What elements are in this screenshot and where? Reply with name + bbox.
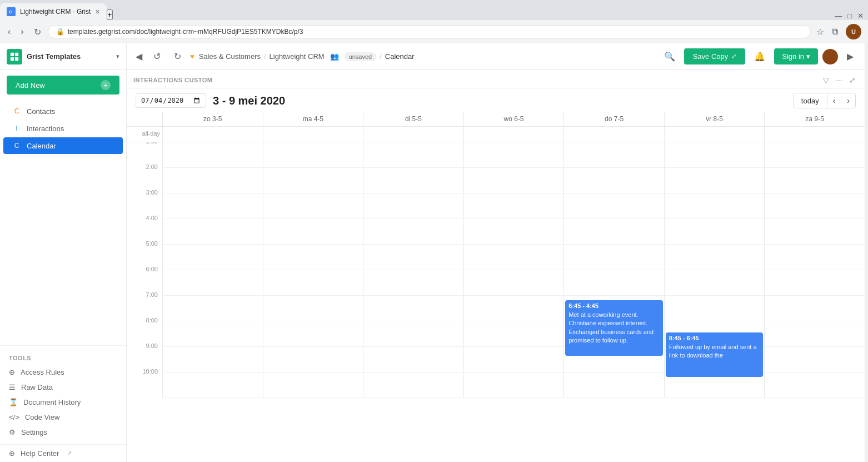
cell-5-6[interactable]	[764, 245, 865, 270]
cell-7-3[interactable]	[463, 296, 564, 321]
cell-8-0[interactable]	[162, 321, 263, 347]
cell-10-1[interactable]	[263, 372, 363, 398]
add-new-button[interactable]: Add New +	[7, 76, 119, 95]
notifications-button[interactable]: 🔔	[750, 49, 770, 64]
sidebar-item-interactions[interactable]: I Interactions	[3, 120, 123, 137]
back-button[interactable]: ‹	[4, 24, 14, 39]
cell-7-5[interactable]	[664, 296, 765, 321]
forward-button[interactable]: ›	[17, 24, 27, 39]
cell-2-6[interactable]	[764, 168, 865, 193]
sidebar-item-contacts[interactable]: C Contacts	[3, 103, 123, 120]
cell-10-4[interactable]	[563, 372, 664, 398]
cell-3-2[interactable]	[363, 193, 463, 219]
cell-3-3[interactable]	[463, 193, 564, 219]
today-button[interactable]: today	[793, 93, 827, 108]
prev-week-button[interactable]: ‹	[827, 93, 841, 108]
cell-10-6[interactable]	[764, 372, 865, 398]
cell-3-1[interactable]	[263, 193, 363, 219]
cell-5-4[interactable]	[563, 245, 664, 270]
cell-1-5[interactable]	[664, 142, 765, 168]
cell-4-0[interactable]	[162, 219, 263, 245]
calendar-event-1[interactable]: 6:45 - 4:45 Met at a coworking event. Ch…	[565, 300, 663, 356]
cell-10-0[interactable]	[162, 372, 263, 398]
sidebar-item-calendar[interactable]: C Calendar	[3, 137, 123, 154]
tab-close-button[interactable]: ×	[95, 7, 99, 16]
cell-3-6[interactable]	[764, 193, 865, 219]
cell-5-5[interactable]	[664, 245, 765, 270]
cell-7-0[interactable]	[162, 296, 263, 321]
minimize-btn[interactable]: —	[835, 12, 842, 20]
cell-1-4[interactable]	[563, 142, 664, 168]
cell-7-6[interactable]	[764, 296, 865, 321]
cell-2-1[interactable]	[263, 168, 363, 193]
profile-btn[interactable]: U	[844, 22, 864, 42]
cell-8-6[interactable]	[764, 321, 865, 347]
cell-10-3[interactable]	[463, 372, 564, 398]
cell-4-5[interactable]	[664, 219, 765, 245]
sidebar-toggle-button[interactable]: ◀	[133, 49, 144, 64]
expand-button[interactable]: ⤢	[847, 74, 858, 86]
sidebar-item-access-rules[interactable]: ⊕ Access Rules	[0, 365, 126, 380]
right-panel-toggle[interactable]: ▶	[842, 49, 858, 64]
cell-2-4[interactable]	[563, 168, 664, 193]
cell-7-2[interactable]	[363, 296, 463, 321]
sidebar-item-raw-data[interactable]: ☰ Raw Data	[0, 380, 126, 395]
cell-5-2[interactable]	[363, 245, 463, 270]
sidebar-item-settings[interactable]: ⚙ Settings	[0, 425, 126, 440]
cell-1-6[interactable]	[764, 142, 865, 168]
cell-1-0[interactable]	[162, 142, 263, 168]
breadcrumb-sales[interactable]: Sales & Customers	[199, 52, 261, 61]
more-options-button[interactable]: ···	[834, 74, 845, 86]
cell-5-0[interactable]	[162, 245, 263, 270]
sign-in-button[interactable]: Sign in ▾	[774, 48, 818, 64]
bookmark-btn[interactable]: ☆	[814, 24, 826, 39]
cell-6-6[interactable]	[764, 270, 865, 296]
cell-8-3[interactable]	[463, 321, 564, 347]
cell-4-2[interactable]	[363, 219, 463, 245]
user-avatar[interactable]	[822, 49, 838, 64]
cell-9-0[interactable]	[162, 347, 263, 372]
sidebar-item-code-view[interactable]: </> Code View	[0, 410, 126, 425]
cell-8-5[interactable]: 8:45 - 6:45 Followed up by email and sen…	[664, 321, 765, 347]
cell-4-3[interactable]	[463, 219, 564, 245]
all-day-cell-5[interactable]	[664, 127, 765, 142]
cell-9-3[interactable]	[463, 347, 564, 372]
cell-4-4[interactable]	[563, 219, 664, 245]
cell-4-6[interactable]	[764, 219, 865, 245]
cell-1-2[interactable]	[363, 142, 463, 168]
undo-button[interactable]: ↺	[149, 49, 165, 64]
extensions-btn[interactable]: ⧉	[830, 24, 840, 39]
maximize-btn[interactable]: □	[847, 12, 852, 20]
save-copy-button[interactable]: Save Copy ⤢	[684, 48, 746, 64]
date-picker[interactable]	[136, 93, 206, 108]
close-window-btn[interactable]: ✕	[857, 12, 864, 20]
redo-button[interactable]: ↻	[169, 49, 186, 64]
cell-1-1[interactable]	[263, 142, 363, 168]
cell-6-5[interactable]	[664, 270, 765, 296]
cell-6-2[interactable]	[363, 270, 463, 296]
all-day-cell-0[interactable]	[162, 127, 263, 142]
cell-7-4[interactable]: 6:45 - 4:45 Met at a coworking event. Ch…	[563, 296, 664, 321]
sidebar-item-help[interactable]: ⊕ Help Center ↗	[0, 444, 126, 462]
refresh-button[interactable]: ↻	[31, 24, 44, 39]
all-day-cell-6[interactable]	[764, 127, 865, 142]
breadcrumb-crm[interactable]: Lightweight CRM	[270, 52, 325, 61]
cell-2-0[interactable]	[162, 168, 263, 193]
cell-9-1[interactable]	[263, 347, 363, 372]
cell-3-5[interactable]	[664, 193, 765, 219]
cell-1-3[interactable]	[463, 142, 564, 168]
calendar-event-2[interactable]: 8:45 - 6:45 Followed up by email and sen…	[666, 332, 764, 377]
cell-10-2[interactable]	[363, 372, 463, 398]
cell-8-1[interactable]	[263, 321, 363, 347]
cell-3-0[interactable]	[162, 193, 263, 219]
cell-7-1[interactable]	[263, 296, 363, 321]
all-day-cell-4[interactable]	[563, 127, 664, 142]
search-button[interactable]: 🔍	[660, 49, 680, 64]
cell-2-3[interactable]	[463, 168, 564, 193]
all-day-cell-3[interactable]	[463, 127, 564, 142]
org-dropdown-icon[interactable]: ▾	[116, 53, 119, 60]
cell-9-2[interactable]	[363, 347, 463, 372]
new-tab-button[interactable]: +	[107, 9, 113, 20]
cell-5-1[interactable]	[263, 245, 363, 270]
cell-5-3[interactable]	[463, 245, 564, 270]
